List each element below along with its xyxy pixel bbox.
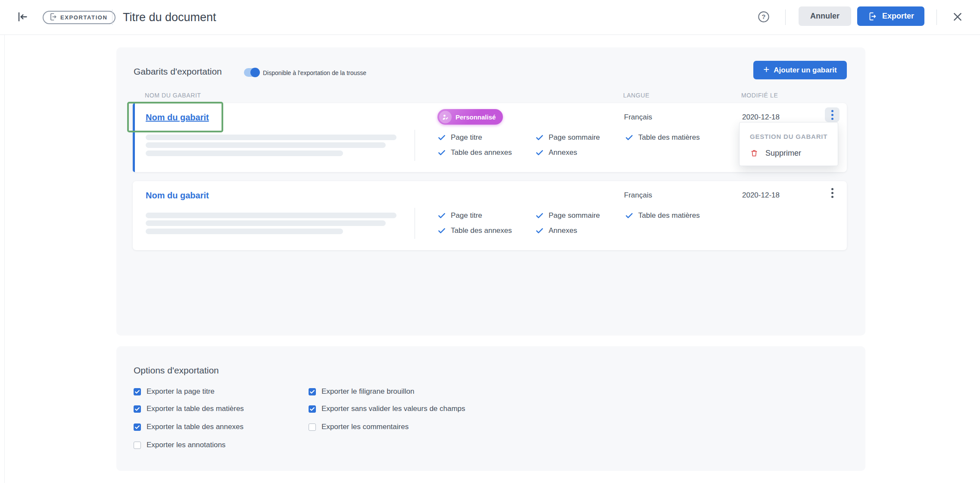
mode-badge-label: EXPORTATION — [60, 14, 108, 21]
exportation-mode-badge: EXPORTATION — [43, 11, 115, 24]
export-screen: EXPORTATION Titre du document ? Annuler … — [0, 0, 980, 483]
export-templates-panel: Gabarits d'exportation Disponible à l'ex… — [116, 47, 865, 336]
close-button[interactable] — [951, 11, 964, 25]
vertical-divider — [415, 208, 415, 239]
collapse-sidebar-button[interactable] — [16, 11, 28, 24]
option-label: Exporter la table des annexes — [147, 423, 243, 431]
header-divider — [785, 9, 786, 25]
column-header-modified: MODIFIÉ LE — [741, 92, 778, 99]
header-divider — [112, 9, 112, 25]
template-language: Français — [624, 113, 652, 122]
selected-row-accent-bar — [133, 103, 135, 172]
check-icon — [625, 211, 634, 220]
export-button-label: Exporter — [882, 12, 914, 21]
row-menu-button[interactable] — [825, 107, 840, 122]
feature-label: Page titre — [451, 133, 482, 142]
option-label: Exporter la table des matières — [147, 405, 244, 413]
option-label: Exporter sans valider les valeurs de cha… — [321, 405, 465, 413]
skeleton-line — [146, 229, 343, 234]
vertical-divider — [415, 130, 415, 161]
template-name-link[interactable]: Nom du gabarit — [146, 191, 209, 201]
collapse-left-icon — [16, 11, 28, 25]
check-icon — [437, 211, 446, 220]
export-options-panel: Options d'exportation Exporter la page t… — [116, 346, 865, 471]
add-template-button[interactable]: + Ajouter un gabarit — [753, 61, 847, 79]
column-header-name: NOM DU GABARIT — [145, 92, 201, 99]
page-title: Titre du document — [123, 11, 216, 24]
check-icon — [625, 133, 634, 142]
document-export-icon — [868, 12, 877, 21]
header-divider — [936, 9, 937, 25]
help-button[interactable]: ? — [757, 11, 770, 24]
feature-label: Annexes — [549, 226, 577, 235]
template-context-menu: GESTION DU GABARIT Supprimer — [739, 122, 838, 166]
option-label: Exporter les commentaires — [321, 423, 409, 431]
option-label: Exporter la page titre — [147, 387, 215, 396]
template-modified-date: 2020-12-18 — [742, 191, 780, 200]
skeleton-line — [146, 151, 343, 156]
export-button[interactable]: Exporter — [857, 6, 924, 26]
checkbox[interactable] — [134, 423, 141, 431]
trash-icon — [750, 149, 758, 157]
personalized-badge-label: Personnalisé — [456, 113, 496, 121]
sidebar-edge-line — [4, 35, 5, 483]
feature-label: Table des annexes — [451, 226, 512, 235]
feature-label: Table des annexes — [451, 148, 512, 157]
personalized-badge: Personnalisé — [437, 109, 503, 125]
column-header-language: LANGUE — [623, 92, 649, 99]
options-panel-title: Options d'exportation — [134, 365, 219, 376]
option-label: Exporter les annotations — [147, 441, 225, 449]
skeleton-line — [146, 135, 396, 140]
feature-label: Page titre — [451, 211, 482, 220]
check-icon — [437, 148, 446, 157]
cancel-button[interactable]: Annuler — [799, 6, 851, 26]
template-row[interactable]: Nom du gabarit Page titre Page sommaire … — [133, 181, 847, 250]
option-export-comments[interactable]: Exporter les commentaires — [309, 423, 409, 431]
feature-label: Page sommaire — [549, 211, 600, 220]
template-name-link[interactable]: Nom du gabarit — [146, 113, 209, 122]
close-icon — [952, 11, 963, 24]
svg-text:?: ? — [762, 13, 765, 20]
kit-export-toggle[interactable] — [244, 68, 259, 77]
delete-template-menu-item[interactable]: Supprimer — [740, 145, 838, 161]
feature-item: Page titre — [437, 211, 482, 220]
feature-item: Table des matières — [625, 133, 700, 142]
option-export-draft-watermark[interactable]: Exporter le filigrane brouillon — [309, 387, 414, 396]
option-label: Exporter le filigrane brouillon — [321, 387, 414, 396]
kit-export-toggle-label: Disponible à l'exportation de la trousse — [263, 69, 366, 76]
plus-icon: + — [763, 64, 769, 75]
skeleton-line — [146, 213, 396, 218]
document-export-icon — [49, 13, 57, 23]
templates-panel-title: Gabarits d'exportation — [134, 66, 222, 77]
check-icon — [535, 211, 544, 220]
feature-item: Table des annexes — [437, 148, 512, 157]
add-template-label: Ajouter un gabarit — [774, 66, 836, 75]
option-export-annotations[interactable]: Exporter les annotations — [134, 441, 225, 449]
feature-item: Annexes — [535, 148, 577, 157]
check-icon — [535, 148, 544, 157]
feature-label: Page sommaire — [549, 133, 600, 142]
template-modified-date: 2020-12-18 — [742, 113, 780, 122]
feature-item: Table des annexes — [437, 226, 512, 235]
row-menu-button[interactable] — [825, 185, 840, 200]
feature-label: Table des matières — [638, 211, 700, 220]
checkbox[interactable] — [309, 388, 316, 395]
skeleton-line — [146, 220, 386, 226]
feature-item: Page titre — [437, 133, 482, 142]
checkbox[interactable] — [134, 442, 141, 449]
checkbox[interactable] — [134, 388, 141, 395]
kebab-icon — [831, 188, 833, 190]
help-icon: ? — [758, 11, 770, 25]
template-language: Français — [624, 191, 652, 200]
option-export-toc[interactable]: Exporter la table des matières — [134, 405, 244, 413]
checkbox[interactable] — [309, 423, 316, 431]
feature-item: Page sommaire — [535, 211, 600, 220]
checkbox[interactable] — [134, 405, 141, 413]
check-icon — [437, 226, 446, 235]
checkbox[interactable] — [309, 405, 316, 413]
option-export-without-validation[interactable]: Exporter sans valider les valeurs de cha… — [309, 405, 465, 413]
check-icon — [437, 133, 446, 142]
option-export-annex-table[interactable]: Exporter la table des annexes — [134, 423, 243, 431]
feature-item: Page sommaire — [535, 133, 600, 142]
option-export-title-page[interactable]: Exporter la page titre — [134, 387, 215, 396]
